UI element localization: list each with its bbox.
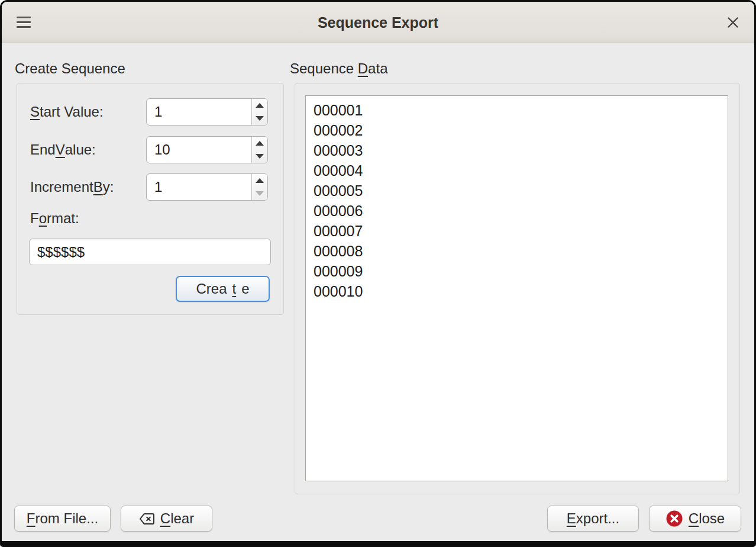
clear-button[interactable]: Clear — [121, 506, 212, 532]
increment-by-spin-buttons — [251, 174, 267, 200]
close-button[interactable]: Close — [649, 506, 741, 532]
end-value-increment-button[interactable] — [252, 137, 267, 150]
sequence-line: 000004 — [314, 160, 720, 181]
window-title: Sequence Export — [318, 14, 438, 31]
increment-by-spinbox — [146, 173, 268, 201]
sequence-data-text[interactable]: 0000010000020000030000040000050000060000… — [305, 95, 728, 481]
sequence-line: 000007 — [314, 221, 720, 241]
hamburger-icon — [17, 21, 31, 23]
increment-by-increment-button[interactable] — [252, 174, 267, 187]
format-input[interactable] — [29, 239, 271, 265]
start-value-input[interactable] — [147, 99, 251, 125]
start-value-decrement-button[interactable] — [252, 112, 267, 125]
arrow-up-icon — [256, 103, 264, 108]
close-icon — [725, 15, 741, 30]
backspace-icon — [139, 513, 155, 525]
sequence-line: 000010 — [314, 281, 720, 301]
format-label: Format: — [30, 207, 79, 230]
dialog-content: Create Sequence Sequence Data Start Valu… — [2, 43, 754, 541]
start-value-increment-button[interactable] — [252, 99, 267, 112]
increment-by-input[interactable] — [147, 174, 251, 200]
window-close-button[interactable] — [722, 12, 744, 33]
sequence-line: 000003 — [314, 140, 720, 160]
end-value-spinbox — [146, 136, 268, 163]
sequence-line: 000008 — [314, 241, 720, 261]
sequence-data-group: 0000010000020000030000040000050000060000… — [295, 83, 740, 494]
sequence-line: 000002 — [314, 120, 720, 140]
start-value-spinbox — [146, 98, 268, 126]
hamburger-icon — [17, 26, 31, 28]
sequence-line: 000006 — [314, 201, 720, 221]
sequence-export-dialog: Sequence Export Create Sequence Sequence… — [0, 0, 756, 547]
titlebar: Sequence Export — [2, 2, 754, 43]
create-button[interactable]: Create — [176, 276, 270, 302]
arrow-down-icon — [256, 191, 264, 196]
arrow-down-icon — [256, 116, 264, 121]
increment-by-label: Increment By: — [30, 173, 114, 201]
sequence-line: 000001 — [314, 100, 720, 120]
sequence-line: 000009 — [314, 261, 720, 281]
start-value-spin-buttons — [251, 99, 267, 125]
create-sequence-group: Start Value: End Value: Increment By: — [17, 83, 284, 315]
end-value-input[interactable] — [147, 137, 251, 163]
export-button[interactable]: Export... — [547, 506, 639, 532]
end-value-decrement-button[interactable] — [252, 150, 267, 163]
end-value-label: End Value: — [30, 136, 96, 163]
arrow-down-icon — [256, 154, 264, 159]
sequence-line: 000005 — [314, 181, 720, 201]
sequence-data-heading: Sequence Data — [290, 60, 387, 77]
close-circle-icon — [665, 510, 683, 527]
end-value-spin-buttons — [251, 137, 267, 163]
start-value-label: Start Value: — [30, 98, 104, 126]
menu-button[interactable] — [14, 13, 34, 32]
from-file-button[interactable]: From File... — [14, 506, 111, 532]
increment-by-decrement-button — [252, 187, 267, 200]
create-sequence-heading-label: Create Sequence — [15, 60, 125, 76]
arrow-up-icon — [256, 178, 264, 183]
arrow-up-icon — [256, 141, 264, 146]
create-sequence-heading: Create Sequence — [15, 60, 125, 77]
hamburger-icon — [17, 17, 31, 18]
